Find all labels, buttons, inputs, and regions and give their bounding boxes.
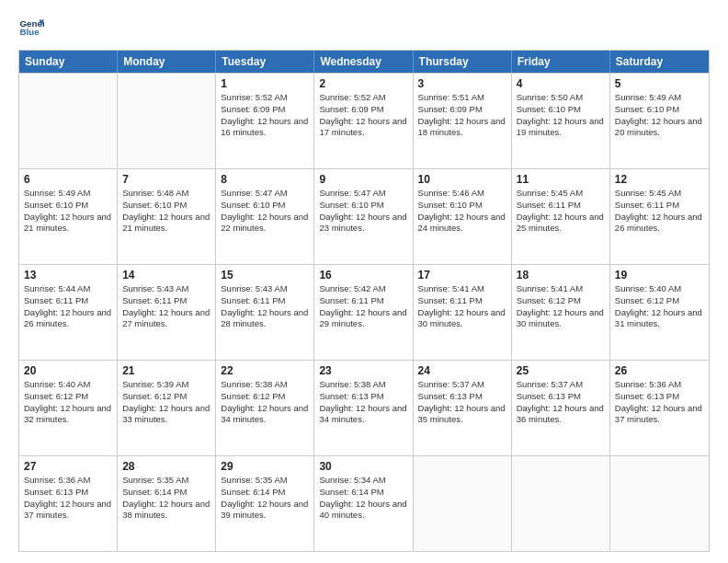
- day-number: 28: [122, 460, 210, 473]
- cal-cell: 18Sunrise: 5:41 AM Sunset: 6:12 PM Dayli…: [512, 265, 610, 360]
- cell-info: Sunrise: 5:46 AM Sunset: 6:10 PM Dayligh…: [418, 188, 506, 235]
- cell-info: Sunrise: 5:43 AM Sunset: 6:11 PM Dayligh…: [221, 283, 309, 330]
- svg-text:Blue: Blue: [19, 27, 40, 37]
- cell-info: Sunrise: 5:37 AM Sunset: 6:13 PM Dayligh…: [517, 379, 605, 426]
- day-number: 29: [221, 460, 309, 473]
- cal-cell: 19Sunrise: 5:40 AM Sunset: 6:12 PM Dayli…: [610, 265, 709, 360]
- cell-info: Sunrise: 5:51 AM Sunset: 6:09 PM Dayligh…: [418, 92, 506, 139]
- header: General Blue: [18, 15, 710, 40]
- cell-info: Sunrise: 5:35 AM Sunset: 6:14 PM Dayligh…: [221, 475, 309, 522]
- cal-cell: 28Sunrise: 5:35 AM Sunset: 6:14 PM Dayli…: [118, 456, 216, 551]
- cal-cell: [19, 74, 118, 168]
- cal-cell: 15Sunrise: 5:43 AM Sunset: 6:11 PM Dayli…: [216, 265, 314, 360]
- day-number: 15: [221, 269, 309, 282]
- day-number: 23: [319, 364, 407, 377]
- header-day-thursday: Thursday: [414, 51, 512, 73]
- cal-cell: 11Sunrise: 5:45 AM Sunset: 6:11 PM Dayli…: [512, 169, 610, 264]
- cal-cell: 17Sunrise: 5:41 AM Sunset: 6:11 PM Dayli…: [414, 265, 512, 360]
- day-number: 4: [517, 77, 605, 90]
- cell-info: Sunrise: 5:41 AM Sunset: 6:12 PM Dayligh…: [517, 283, 605, 330]
- cell-info: Sunrise: 5:49 AM Sunset: 6:10 PM Dayligh…: [615, 92, 704, 139]
- cal-cell: 3Sunrise: 5:51 AM Sunset: 6:09 PM Daylig…: [414, 74, 512, 168]
- day-number: 24: [418, 364, 506, 377]
- day-number: 9: [319, 173, 407, 186]
- cell-info: Sunrise: 5:45 AM Sunset: 6:11 PM Dayligh…: [615, 188, 704, 235]
- cal-cell: [118, 74, 216, 168]
- cell-info: Sunrise: 5:48 AM Sunset: 6:10 PM Dayligh…: [122, 188, 210, 235]
- cal-cell: 21Sunrise: 5:39 AM Sunset: 6:12 PM Dayli…: [118, 361, 216, 455]
- cal-cell: 4Sunrise: 5:50 AM Sunset: 6:10 PM Daylig…: [512, 74, 610, 168]
- logo: General Blue: [18, 15, 46, 40]
- day-number: 19: [615, 269, 704, 282]
- day-number: 12: [615, 173, 704, 186]
- cal-cell: [610, 456, 709, 551]
- cal-cell: 5Sunrise: 5:49 AM Sunset: 6:10 PM Daylig…: [610, 74, 709, 168]
- cell-info: Sunrise: 5:35 AM Sunset: 6:14 PM Dayligh…: [122, 475, 210, 522]
- cal-cell: 2Sunrise: 5:52 AM Sunset: 6:09 PM Daylig…: [314, 74, 413, 168]
- cal-cell: 20Sunrise: 5:40 AM Sunset: 6:12 PM Dayli…: [19, 361, 118, 455]
- calendar-body: 1Sunrise: 5:52 AM Sunset: 6:09 PM Daylig…: [19, 73, 709, 551]
- cell-info: Sunrise: 5:36 AM Sunset: 6:13 PM Dayligh…: [615, 379, 704, 426]
- cell-info: Sunrise: 5:52 AM Sunset: 6:09 PM Dayligh…: [221, 92, 309, 139]
- cell-info: Sunrise: 5:37 AM Sunset: 6:13 PM Dayligh…: [418, 379, 506, 426]
- cal-cell: [414, 456, 512, 551]
- cal-cell: 29Sunrise: 5:35 AM Sunset: 6:14 PM Dayli…: [216, 456, 314, 551]
- day-number: 1: [221, 77, 309, 90]
- cell-info: Sunrise: 5:34 AM Sunset: 6:14 PM Dayligh…: [319, 475, 407, 522]
- cal-cell: 9Sunrise: 5:47 AM Sunset: 6:10 PM Daylig…: [314, 169, 413, 264]
- day-number: 5: [615, 77, 704, 90]
- day-number: 10: [418, 173, 506, 186]
- cal-cell: 24Sunrise: 5:37 AM Sunset: 6:13 PM Dayli…: [414, 361, 512, 455]
- cal-cell: 22Sunrise: 5:38 AM Sunset: 6:12 PM Dayli…: [216, 361, 314, 455]
- cal-cell: 7Sunrise: 5:48 AM Sunset: 6:10 PM Daylig…: [118, 169, 216, 264]
- cell-info: Sunrise: 5:38 AM Sunset: 6:12 PM Dayligh…: [221, 379, 309, 426]
- day-number: 14: [122, 269, 210, 282]
- cell-info: Sunrise: 5:42 AM Sunset: 6:11 PM Dayligh…: [319, 283, 407, 330]
- header-day-sunday: Sunday: [19, 51, 118, 73]
- week-row-1: 6Sunrise: 5:49 AM Sunset: 6:10 PM Daylig…: [19, 168, 709, 264]
- cell-info: Sunrise: 5:39 AM Sunset: 6:12 PM Dayligh…: [122, 379, 210, 426]
- cal-cell: 26Sunrise: 5:36 AM Sunset: 6:13 PM Dayli…: [610, 361, 709, 455]
- cal-cell: 6Sunrise: 5:49 AM Sunset: 6:10 PM Daylig…: [19, 169, 118, 264]
- cal-cell: 30Sunrise: 5:34 AM Sunset: 6:14 PM Dayli…: [314, 456, 413, 551]
- calendar: SundayMondayTuesdayWednesdayThursdayFrid…: [18, 50, 710, 552]
- cell-info: Sunrise: 5:40 AM Sunset: 6:12 PM Dayligh…: [24, 379, 112, 426]
- cell-info: Sunrise: 5:36 AM Sunset: 6:13 PM Dayligh…: [24, 475, 112, 522]
- week-row-2: 13Sunrise: 5:44 AM Sunset: 6:11 PM Dayli…: [19, 264, 709, 360]
- header-day-tuesday: Tuesday: [216, 51, 314, 73]
- cal-cell: 13Sunrise: 5:44 AM Sunset: 6:11 PM Dayli…: [19, 265, 118, 360]
- page: General Blue SundayMondayTuesdayWednesda…: [0, 0, 728, 563]
- cal-cell: 23Sunrise: 5:38 AM Sunset: 6:13 PM Dayli…: [314, 361, 413, 455]
- week-row-3: 20Sunrise: 5:40 AM Sunset: 6:12 PM Dayli…: [19, 360, 709, 455]
- day-number: 26: [615, 364, 704, 377]
- day-number: 3: [418, 77, 506, 90]
- day-number: 11: [517, 173, 605, 186]
- cell-info: Sunrise: 5:47 AM Sunset: 6:10 PM Dayligh…: [221, 188, 309, 235]
- header-day-friday: Friday: [512, 51, 610, 73]
- cal-cell: 12Sunrise: 5:45 AM Sunset: 6:11 PM Dayli…: [610, 169, 709, 264]
- logo-icon: General Blue: [18, 15, 44, 40]
- day-number: 18: [517, 269, 605, 282]
- day-number: 7: [122, 173, 210, 186]
- day-number: 25: [517, 364, 605, 377]
- week-row-4: 27Sunrise: 5:36 AM Sunset: 6:13 PM Dayli…: [19, 455, 709, 551]
- cal-cell: 25Sunrise: 5:37 AM Sunset: 6:13 PM Dayli…: [512, 361, 610, 455]
- cell-info: Sunrise: 5:47 AM Sunset: 6:10 PM Dayligh…: [319, 188, 407, 235]
- header-day-saturday: Saturday: [610, 51, 709, 73]
- day-number: 16: [319, 269, 407, 282]
- cal-cell: 27Sunrise: 5:36 AM Sunset: 6:13 PM Dayli…: [19, 456, 118, 551]
- day-number: 6: [24, 173, 112, 186]
- cal-cell: 8Sunrise: 5:47 AM Sunset: 6:10 PM Daylig…: [216, 169, 314, 264]
- cell-info: Sunrise: 5:40 AM Sunset: 6:12 PM Dayligh…: [615, 283, 704, 330]
- cell-info: Sunrise: 5:49 AM Sunset: 6:10 PM Dayligh…: [24, 188, 112, 235]
- cal-cell: 1Sunrise: 5:52 AM Sunset: 6:09 PM Daylig…: [216, 74, 314, 168]
- header-day-monday: Monday: [118, 51, 216, 73]
- cell-info: Sunrise: 5:41 AM Sunset: 6:11 PM Dayligh…: [418, 283, 506, 330]
- header-day-wednesday: Wednesday: [314, 51, 413, 73]
- cell-info: Sunrise: 5:45 AM Sunset: 6:11 PM Dayligh…: [517, 188, 605, 235]
- cal-cell: [512, 456, 610, 551]
- cal-cell: 16Sunrise: 5:42 AM Sunset: 6:11 PM Dayli…: [314, 265, 413, 360]
- cell-info: Sunrise: 5:38 AM Sunset: 6:13 PM Dayligh…: [319, 379, 407, 426]
- day-number: 2: [319, 77, 407, 90]
- cell-info: Sunrise: 5:52 AM Sunset: 6:09 PM Dayligh…: [319, 92, 407, 139]
